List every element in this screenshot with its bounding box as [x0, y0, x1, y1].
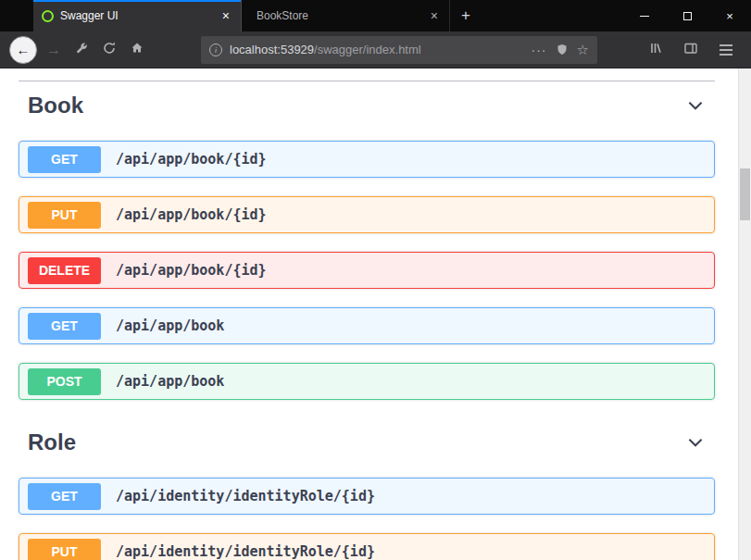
endpoint-path: /api/app/book — [116, 373, 224, 390]
library-button[interactable] — [642, 36, 670, 64]
refresh-icon — [102, 41, 117, 59]
back-button[interactable]: ← — [9, 36, 37, 64]
page-content: Book GET /api/app/book/{id} PUT /api/app… — [0, 68, 751, 560]
tab-title: BookStore — [257, 9, 421, 22]
endpoint-row[interactable]: PUT /api/identity/identityRole/{id} — [19, 533, 715, 560]
method-badge: DELETE — [28, 257, 101, 284]
endpoint-path: /api/identity/identityRole/{id} — [116, 543, 375, 560]
page-scrollbar[interactable] — [738, 68, 751, 560]
minimize-button[interactable] — [623, 0, 666, 31]
home-button[interactable] — [123, 36, 151, 64]
api-section-book: Book GET /api/app/book/{id} PUT /api/app… — [19, 81, 715, 400]
method-badge: GET — [28, 313, 101, 340]
endpoint-path: /api/app/book/{id} — [116, 206, 267, 223]
minimize-icon — [640, 16, 649, 17]
method-badge: GET — [28, 483, 101, 510]
page-actions-button[interactable]: ··· — [532, 43, 547, 57]
tab-close-icon[interactable]: × — [428, 8, 441, 23]
scrollbar-thumb[interactable] — [740, 168, 750, 220]
tab-swagger-ui[interactable]: Swagger UI × — [33, 0, 242, 31]
url-bar[interactable]: i localhost:53929/swagger/index.html ···… — [201, 36, 597, 64]
sidebar-icon — [683, 41, 698, 59]
endpoint-list: GET /api/identity/identityRole/{id} PUT … — [19, 478, 715, 560]
menu-button[interactable] — [712, 36, 740, 64]
section-title: Book — [28, 93, 83, 118]
reload-button[interactable] — [95, 36, 123, 64]
url-path: /swagger/index.html — [314, 43, 421, 56]
url-host: localhost:53929 — [230, 43, 314, 56]
new-tab-button[interactable]: + — [450, 0, 482, 31]
endpoint-path: /api/app/book/{id} — [116, 151, 267, 168]
section-title: Role — [28, 429, 76, 455]
endpoint-path: /api/app/book/{id} — [116, 262, 267, 279]
swagger-ui: Book GET /api/app/book/{id} PUT /api/app… — [0, 81, 751, 560]
method-badge: POST — [28, 368, 101, 395]
wrench-icon — [74, 41, 89, 59]
endpoint-path: /api/app/book — [116, 317, 224, 334]
chevron-down-icon[interactable] — [685, 95, 706, 116]
method-badge: PUT — [28, 202, 101, 229]
tab-bar: Swagger UI × BookStore × + × — [0, 0, 751, 31]
method-badge: PUT — [28, 539, 101, 560]
endpoint-row[interactable]: PUT /api/app/book/{id} — [19, 196, 715, 233]
section-header-role[interactable]: Role — [19, 418, 715, 467]
forward-button[interactable]: → — [40, 36, 68, 64]
pocket-shield-icon[interactable] — [555, 43, 570, 57]
endpoint-path: /api/identity/identityRole/{id} — [116, 488, 375, 504]
browser-window: Swagger UI × BookStore × + × ← → — [0, 0, 751, 560]
hamburger-icon — [720, 44, 732, 56]
method-badge: GET — [28, 146, 101, 173]
window-controls: × — [623, 0, 751, 31]
page-tools-button[interactable] — [68, 36, 95, 64]
close-button[interactable]: × — [708, 0, 751, 31]
library-icon — [648, 41, 663, 59]
navigation-toolbar: ← → i localhost:53929/swagger/index.html… — [0, 31, 751, 68]
sidebar-button[interactable] — [677, 36, 705, 64]
api-section-role: Role GET /api/identity/identityRole/{id}… — [19, 418, 715, 560]
tab-bookstore[interactable]: BookStore × — [242, 0, 450, 31]
site-info-icon[interactable]: i — [209, 44, 222, 56]
section-header-book[interactable]: Book — [19, 81, 715, 130]
endpoint-row[interactable]: DELETE /api/app/book/{id} — [19, 252, 715, 289]
home-icon — [130, 41, 144, 59]
endpoint-row[interactable]: GET /api/app/book — [19, 307, 715, 344]
bookmark-star-icon[interactable]: ☆ — [577, 42, 589, 58]
tab-title: Swagger UI — [60, 9, 213, 22]
tab-close-icon[interactable]: × — [219, 8, 232, 23]
endpoint-row[interactable]: GET /api/app/book/{id} — [19, 141, 715, 178]
endpoint-list: GET /api/app/book/{id} PUT /api/app/book… — [19, 141, 715, 400]
endpoint-row[interactable]: GET /api/identity/identityRole/{id} — [19, 478, 715, 515]
swagger-favicon-icon — [42, 10, 54, 22]
maximize-button[interactable] — [666, 0, 708, 31]
endpoint-row[interactable]: POST /api/app/book — [19, 363, 715, 400]
chevron-down-icon[interactable] — [685, 432, 706, 453]
maximize-icon — [683, 12, 692, 20]
toolbar-right-group — [642, 36, 742, 64]
url-text: localhost:53929/swagger/index.html — [230, 43, 524, 56]
titlebar-drag-space — [0, 0, 33, 31]
